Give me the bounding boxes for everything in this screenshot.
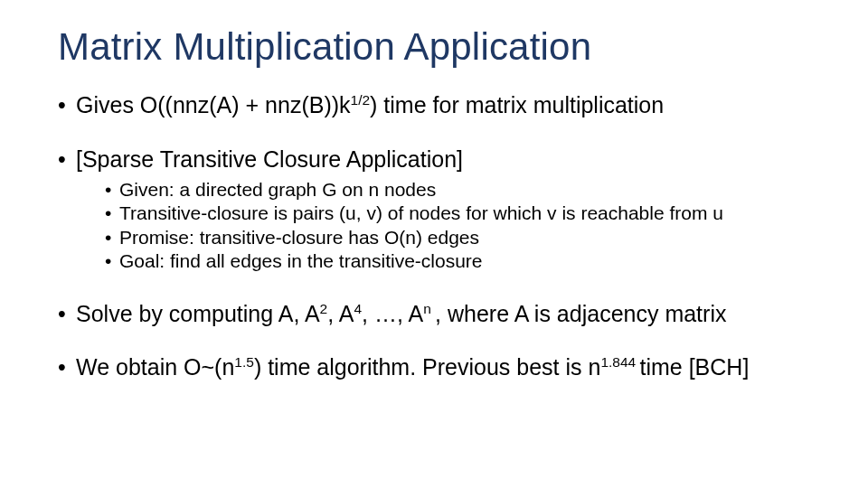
superscript: 1.844 xyxy=(600,354,639,370)
text-fragment: Gives O((nnz(A) + nnz(B))k xyxy=(76,92,351,117)
bullet-application-heading: [Sparse Transitive Closure Application] … xyxy=(58,146,810,274)
superscript: 4 xyxy=(354,300,362,315)
bullet-list: Gives O((nnz(A) + nnz(B))k1/2) time for … xyxy=(58,92,810,381)
sub-bullet-list: Given: a directed graph G on n nodes Tra… xyxy=(76,178,810,274)
text-fragment: , …, A xyxy=(362,301,423,326)
text-fragment: ) time for matrix multiplication xyxy=(370,92,664,117)
sub-bullet-goal: Goal: find all edges in the transitive-c… xyxy=(105,249,810,273)
sub-bullet-given: Given: a directed graph G on n nodes xyxy=(105,178,810,202)
sub-bullet-promise: Promise: transitive-closure has O(n) edg… xyxy=(105,226,810,249)
sub-bullet-definition: Transitive-closure is pairs (u, v) of no… xyxy=(105,202,810,225)
slide: Matrix Multiplication Application Gives … xyxy=(0,0,868,488)
text-fragment: We obtain O~(n xyxy=(76,354,234,380)
bullet-solve: Solve by computing A, A2, A4, …, An , wh… xyxy=(58,301,810,328)
superscript: 1.5 xyxy=(234,354,254,370)
text-fragment: Solve by computing A, A xyxy=(76,301,320,326)
text-fragment: Goal: find all edges in the transitive-c… xyxy=(119,250,483,271)
bullet-complexity: Gives O((nnz(A) + nnz(B))k1/2) time for … xyxy=(58,92,810,119)
text-fragment: Transitive-closure is pairs (u, v) of no… xyxy=(119,202,723,223)
slide-body: Gives O((nnz(A) + nnz(B))k1/2) time for … xyxy=(58,92,810,381)
superscript: 2 xyxy=(320,300,328,315)
text-fragment: time [BCH] xyxy=(640,354,750,380)
text-fragment: ) time algorithm. Previous best is n xyxy=(254,354,600,380)
text-fragment: Promise: transitive-closure has O(n) edg… xyxy=(119,227,479,248)
superscript: 1/2 xyxy=(351,92,371,108)
slide-title: Matrix Multiplication Application xyxy=(58,25,810,69)
text-fragment: , where A is adjacency matrix xyxy=(435,301,726,326)
bullet-result: We obtain O~(n1.5) time algorithm. Previ… xyxy=(58,354,810,381)
text-fragment: [Sparse Transitive Closure Application] xyxy=(76,146,463,172)
text-fragment: Given: a directed graph G on n nodes xyxy=(119,179,436,200)
text-fragment: , A xyxy=(327,301,354,326)
superscript: n xyxy=(423,300,435,315)
